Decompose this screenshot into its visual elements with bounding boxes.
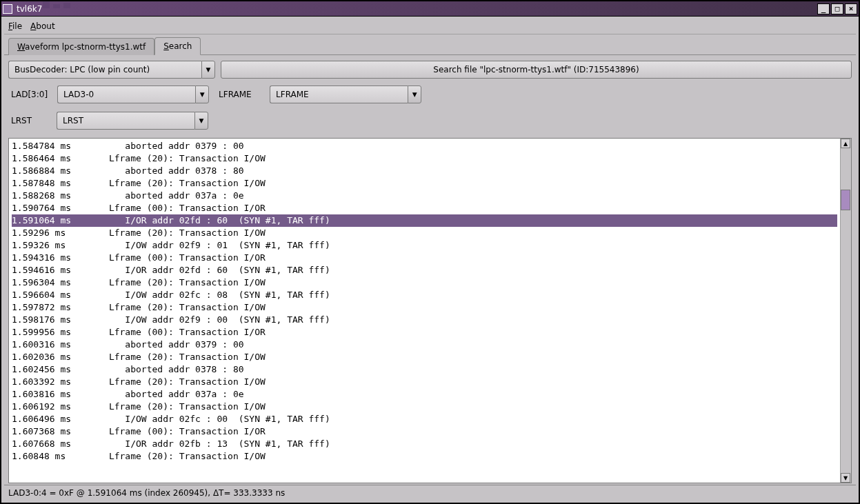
search-file-button[interactable]: Search file "lpc-stnorm-ttys1.wtf" (ID:7… — [221, 61, 852, 79]
list-row[interactable]: 1.591064 ms I/OR addr 02fd : 60 (SYN #1,… — [12, 214, 837, 227]
busdecoder-combo[interactable]: BusDecoder: LPC (low pin count) ▼ — [8, 61, 215, 79]
chevron-down-icon[interactable]: ▼ — [194, 112, 208, 130]
tab-search[interactable]: Search — [154, 37, 201, 55]
list-row[interactable]: 1.598176 ms I/OW addr 02f9 : 00 (SYN #1,… — [12, 314, 837, 326]
statusbar: LAD3-0:4 = 0xF @ 1.591064 ms (index 2609… — [4, 485, 856, 500]
lrst-value: LRST — [57, 112, 194, 130]
vertical-scrollbar[interactable]: ▲ ▼ — [840, 139, 851, 483]
results-area: 1.584784 ms aborted addr 0379 : 001.5864… — [8, 138, 852, 483]
params-row-1: LAD[3:0] LAD3-0 ▼ LFRAME LFRAME ▼ — [4, 81, 856, 108]
busdecoder-value: BusDecoder: LPC (low pin count) — [8, 61, 201, 79]
main-window: tvl6k7 _ □ × File About Waveform lpc-stn… — [0, 0, 860, 504]
status-text: LAD3-0:4 = 0xF @ 1.591064 ms (index 2609… — [8, 488, 285, 498]
list-row[interactable]: 1.584784 ms aborted addr 0379 : 00 — [12, 140, 837, 152]
maximize-button[interactable]: □ — [831, 3, 843, 14]
lrst-label: LRST — [11, 116, 47, 125]
lframe-value: LFRAME — [270, 85, 408, 103]
app-icon — [3, 4, 12, 14]
lad-value: LAD3-0 — [57, 85, 195, 103]
list-row[interactable]: 1.607368 ms Lframe (00): Transaction I/O… — [12, 425, 837, 438]
scroll-thumb[interactable] — [841, 190, 850, 210]
list-row[interactable]: 1.594616 ms I/OR addr 02fd : 60 (SYN #1,… — [12, 264, 837, 276]
params-row-2: LRST LRST ▼ — [4, 108, 856, 134]
menu-file[interactable]: File — [8, 21, 22, 31]
lframe-label: LFRAME — [219, 90, 260, 99]
scroll-up-icon[interactable]: ▲ — [841, 139, 850, 148]
titlebar[interactable]: tvl6k7 _ □ × — [1, 1, 859, 17]
list-row[interactable]: 1.602036 ms Lframe (20): Transaction I/O… — [12, 351, 837, 363]
list-row[interactable]: 1.59296 ms Lframe (20): Transaction I/OW — [12, 227, 837, 239]
window-title: tvl6k7 — [17, 4, 816, 14]
list-row[interactable]: 1.59326 ms I/OW addr 02f9 : 01 (SYN #1, … — [12, 239, 837, 252]
list-row[interactable]: 1.607668 ms I/OR addr 02fb : 13 (SYN #1,… — [12, 438, 837, 450]
chevron-down-icon[interactable]: ▼ — [201, 61, 215, 79]
titlebar-decoration — [43, 1, 84, 8]
list-row[interactable]: 1.603816 ms aborted addr 037a : 0e — [12, 388, 837, 401]
results-list[interactable]: 1.584784 ms aborted addr 0379 : 001.5864… — [9, 139, 840, 483]
client-area: File About Waveform lpc-stnorm-ttys1.wtf… — [4, 18, 856, 500]
lad-label: LAD[3:0] — [11, 90, 48, 99]
scroll-down-icon[interactable]: ▼ — [841, 473, 850, 483]
tab-waveform[interactable]: Waveform lpc-stnorm-ttys1.wtf — [8, 38, 154, 55]
menu-about[interactable]: About — [30, 21, 55, 31]
close-button[interactable]: × — [845, 3, 857, 14]
list-row[interactable]: 1.590764 ms Lframe (00): Transaction I/O… — [12, 202, 837, 214]
list-row[interactable]: 1.606496 ms I/OW addr 02fc : 00 (SYN #1,… — [12, 413, 837, 425]
list-row[interactable]: 1.603392 ms Lframe (20): Transaction I/O… — [12, 376, 837, 388]
list-row[interactable]: 1.606192 ms Lframe (20): Transaction I/O… — [12, 401, 837, 413]
lad-combo[interactable]: LAD3-0 ▼ — [57, 85, 209, 103]
menubar: File About — [4, 18, 856, 34]
list-row[interactable]: 1.586464 ms Lframe (20): Transaction I/O… — [12, 152, 837, 165]
lrst-combo[interactable]: LRST ▼ — [57, 112, 208, 130]
minimize-button[interactable]: _ — [817, 3, 830, 14]
list-row[interactable]: 1.596304 ms Lframe (20): Transaction I/O… — [12, 276, 837, 289]
chevron-down-icon[interactable]: ▼ — [195, 85, 209, 103]
list-row[interactable]: 1.596604 ms I/OW addr 02fc : 08 (SYN #1,… — [12, 289, 837, 301]
list-row[interactable]: 1.586884 ms aborted addr 0378 : 80 — [12, 165, 837, 177]
list-row[interactable]: 1.588268 ms aborted addr 037a : 0e — [12, 190, 837, 202]
list-row[interactable]: 1.602456 ms aborted addr 0378 : 80 — [12, 363, 837, 376]
list-row[interactable]: 1.594316 ms Lframe (00): Transaction I/O… — [12, 252, 837, 264]
list-row[interactable]: 1.587848 ms Lframe (20): Transaction I/O… — [12, 177, 837, 190]
list-row[interactable]: 1.597872 ms Lframe (20): Transaction I/O… — [12, 301, 837, 314]
chevron-down-icon[interactable]: ▼ — [408, 85, 421, 103]
tabstrip: Waveform lpc-stnorm-ttys1.wtf Search — [4, 34, 856, 55]
list-row[interactable]: 1.60848 ms Lframe (20): Transaction I/OW — [12, 450, 837, 463]
list-row[interactable]: 1.599956 ms Lframe (00): Transaction I/O… — [12, 326, 837, 339]
list-row[interactable]: 1.600316 ms aborted addr 0379 : 00 — [12, 339, 837, 351]
search-file-label: Search file "lpc-stnorm-ttys1.wtf" (ID:7… — [433, 65, 639, 74]
toolbar-row: BusDecoder: LPC (low pin count) ▼ Search… — [4, 55, 856, 81]
lframe-combo[interactable]: LFRAME ▼ — [270, 85, 421, 103]
